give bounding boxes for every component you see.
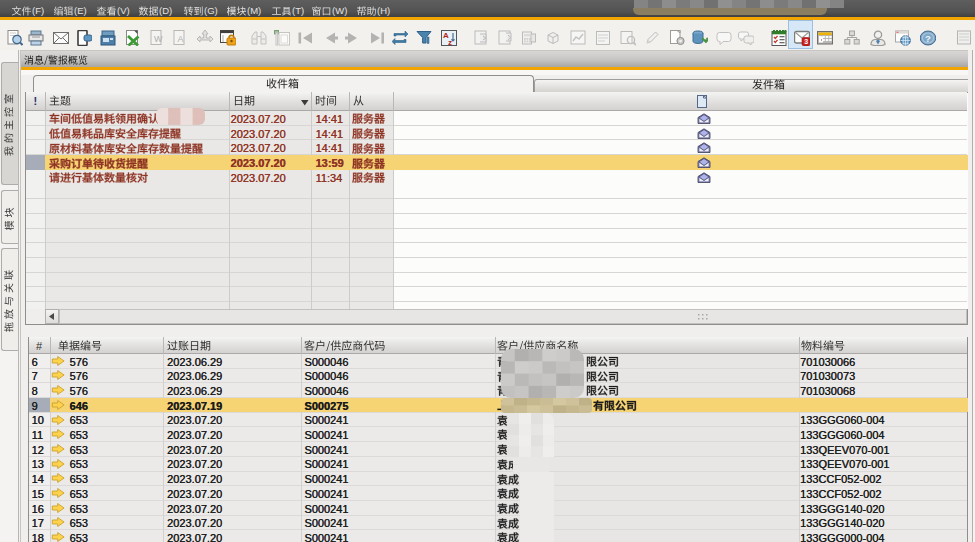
svg-text:A: A	[178, 34, 184, 44]
svg-text:z: z	[448, 38, 452, 47]
svg-text:W: W	[154, 34, 163, 44]
svg-text:3: 3	[804, 38, 808, 45]
svg-text:?: ?	[925, 33, 931, 44]
